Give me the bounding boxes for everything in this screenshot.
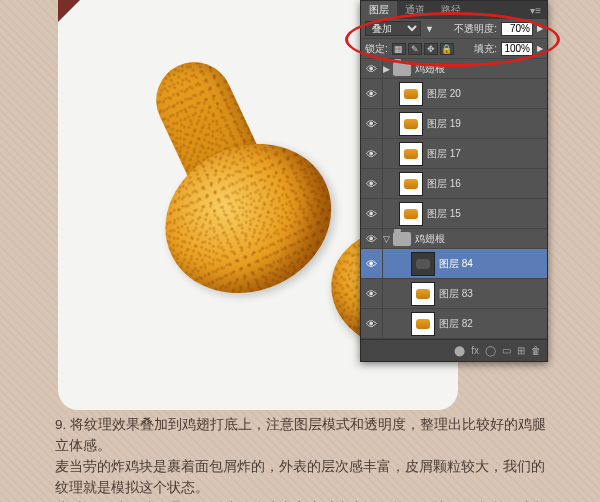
layer-name: 图层 83: [439, 287, 473, 301]
panel-footer: ⬤ fx ◯ ▭ ⊞ 🗑: [361, 339, 547, 361]
group-name: 鸡翅根: [415, 232, 445, 246]
lock-transparency-icon[interactable]: ▦: [392, 43, 406, 55]
panel-tabs: 图层 通道 路径 ▾≡: [361, 1, 547, 19]
layer-name: 图层 84: [439, 257, 473, 271]
layer-thumbnail: [399, 82, 423, 106]
visibility-toggle[interactable]: 👁: [361, 309, 383, 338]
link-layers-icon[interactable]: ⬤: [454, 345, 465, 356]
layer-thumbnail: [411, 312, 435, 336]
opacity-label: 不透明度:: [454, 22, 497, 36]
visibility-toggle[interactable]: 👁: [361, 279, 383, 308]
blend-mode-select[interactable]: 叠加: [365, 21, 421, 36]
layers-list: 👁 ▶ 鸡翅根 👁 图层 20 👁 图层 19 👁 图层 17 👁: [361, 59, 547, 339]
lock-fill-row: 锁定: ▦ ✎ ✥ 🔒 填充: ▶: [361, 39, 547, 59]
visibility-toggle[interactable]: 👁: [361, 109, 383, 138]
lock-position-icon[interactable]: ✥: [424, 43, 438, 55]
chicken-drumstick-left: [100, 30, 356, 319]
step-number: 9.: [55, 417, 66, 432]
new-group-icon[interactable]: ▭: [502, 345, 511, 356]
lock-all-icon[interactable]: 🔒: [440, 43, 454, 55]
visibility-toggle[interactable]: 👁: [361, 249, 383, 278]
layer-item[interactable]: 👁 图层 20: [361, 79, 547, 109]
fx-icon[interactable]: fx: [471, 345, 479, 356]
visibility-toggle[interactable]: 👁: [361, 79, 383, 108]
layer-item[interactable]: 👁 图层 83: [361, 279, 547, 309]
layer-thumbnail: [399, 202, 423, 226]
layer-thumbnail: [399, 142, 423, 166]
folder-icon: [393, 62, 411, 76]
tab-layers[interactable]: 图层: [361, 1, 397, 19]
tab-channels[interactable]: 通道: [397, 1, 433, 19]
tab-paths[interactable]: 路径: [433, 1, 469, 19]
opacity-input[interactable]: [501, 22, 533, 36]
layers-panel: 图层 通道 路径 ▾≡ 叠加 ▼ 不透明度: ▶ 锁定: ▦ ✎ ✥ 🔒 填充:…: [360, 0, 548, 362]
layer-name: 图层 82: [439, 317, 473, 331]
visibility-toggle[interactable]: 👁: [361, 59, 383, 78]
mask-icon[interactable]: ◯: [485, 345, 496, 356]
tutorial-caption: 9. 将纹理效果叠加到鸡翅打底上，注意图层模式和透明度，整理出比较好的鸡腿立体感…: [55, 415, 550, 502]
blend-opacity-row: 叠加 ▼ 不透明度: ▶: [361, 19, 547, 39]
visibility-toggle[interactable]: 👁: [361, 169, 383, 198]
layer-group[interactable]: 👁 ▽ 鸡翅根: [361, 229, 547, 249]
fill-label: 填充:: [474, 42, 497, 56]
layer-name: 图层 15: [427, 207, 461, 221]
layer-name: 图层 17: [427, 147, 461, 161]
layer-thumbnail: [411, 282, 435, 306]
caption-line-1: 将纹理效果叠加到鸡翅打底上，注意图层模式和透明度，整理出比较好的鸡腿立体感。: [55, 417, 546, 453]
layer-name: 图层 16: [427, 177, 461, 191]
lock-label: 锁定:: [365, 42, 388, 56]
visibility-toggle[interactable]: 👁: [361, 199, 383, 228]
new-layer-icon[interactable]: ⊞: [517, 345, 525, 356]
fill-input[interactable]: [501, 42, 533, 56]
visibility-toggle[interactable]: 👁: [361, 139, 383, 168]
layer-group[interactable]: 👁 ▶ 鸡翅根: [361, 59, 547, 79]
delete-layer-icon[interactable]: 🗑: [531, 345, 541, 356]
visibility-toggle[interactable]: 👁: [361, 229, 383, 248]
folder-icon: [393, 232, 411, 246]
layer-item[interactable]: 👁 图层 16: [361, 169, 547, 199]
corner-decoration: [58, 0, 80, 22]
layer-item[interactable]: 👁 图层 84: [361, 249, 547, 279]
expand-icon[interactable]: ▽: [383, 234, 393, 244]
layer-thumbnail: [411, 252, 435, 276]
expand-icon[interactable]: ▶: [383, 64, 393, 74]
layer-item[interactable]: 👁 图层 15: [361, 199, 547, 229]
group-name: 鸡翅根: [415, 62, 445, 76]
layer-thumbnail: [399, 172, 423, 196]
layer-item[interactable]: 👁 图层 17: [361, 139, 547, 169]
layer-item[interactable]: 👁 图层 19: [361, 109, 547, 139]
lock-paint-icon[interactable]: ✎: [408, 43, 422, 55]
caption-line-2: 麦当劳的炸鸡块是裹着面包屑炸的，外表的层次感丰富，皮屑颗粒较大，我们的纹理就是模…: [55, 459, 545, 495]
panel-menu-icon[interactable]: ▾≡: [524, 5, 547, 16]
layer-name: 图层 19: [427, 117, 461, 131]
layer-item[interactable]: 👁 图层 82: [361, 309, 547, 339]
layer-name: 图层 20: [427, 87, 461, 101]
layer-thumbnail: [399, 112, 423, 136]
